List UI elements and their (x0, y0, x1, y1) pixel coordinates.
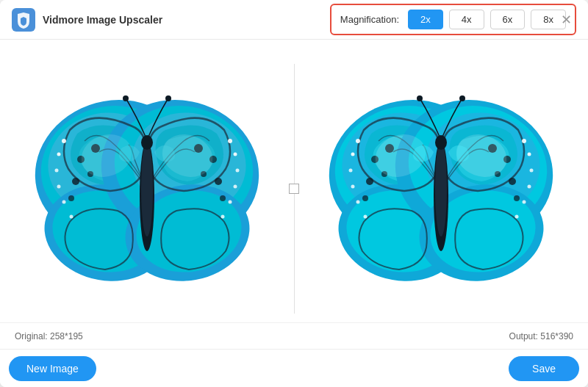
svg-point-69 (528, 152, 531, 156)
svg-point-55 (366, 178, 373, 185)
svg-point-75 (435, 141, 447, 236)
svg-point-62 (356, 139, 360, 143)
new-image-button[interactable]: New Image (9, 356, 96, 381)
bottom-bar: New Image Save (0, 349, 588, 387)
svg-point-64 (349, 168, 353, 172)
svg-point-31 (233, 184, 237, 188)
mag-4x-button[interactable]: 4x (449, 10, 484, 29)
app-logo (12, 8, 35, 32)
svg-point-20 (215, 178, 222, 185)
svg-point-66 (356, 200, 360, 203)
svg-point-25 (57, 184, 60, 188)
svg-point-27 (69, 214, 73, 218)
svg-point-24 (54, 168, 58, 172)
title-bar: Vidmore Image Upscaler Magnification: 2x… (0, 0, 588, 40)
svg-point-60 (509, 178, 516, 185)
svg-point-28 (228, 139, 232, 143)
svg-point-26 (62, 200, 65, 203)
svg-point-76 (435, 135, 447, 150)
app-window: Vidmore Image Upscaler Magnification: 2x… (0, 0, 588, 387)
svg-point-61 (514, 195, 520, 201)
svg-point-37 (123, 95, 129, 101)
svg-point-71 (528, 184, 531, 188)
app-title: Vidmore Image Upscaler (43, 14, 162, 26)
svg-point-67 (364, 214, 368, 218)
svg-point-68 (522, 139, 526, 143)
output-info: Output: 516*390 (509, 331, 573, 341)
original-image-panel (15, 54, 279, 322)
original-butterfly (26, 75, 268, 303)
svg-point-16 (68, 195, 74, 201)
svg-point-56 (362, 195, 368, 201)
output-butterfly (320, 75, 562, 303)
svg-point-72 (523, 200, 526, 203)
svg-point-29 (233, 152, 237, 156)
magnification-controls: Magnification: 2x 4x 6x 8x (330, 4, 576, 35)
main-content (0, 40, 588, 322)
svg-point-35 (141, 141, 153, 236)
magnification-label: Magnification: (340, 14, 399, 25)
mag-2x-button[interactable]: 2x (408, 10, 443, 29)
svg-point-65 (351, 184, 355, 188)
svg-point-15 (72, 178, 79, 185)
svg-point-73 (515, 214, 519, 218)
mag-6x-button[interactable]: 6x (490, 10, 526, 29)
svg-point-33 (220, 214, 224, 218)
svg-point-38 (165, 95, 171, 101)
status-bar: Original: 258*195 Output: 516*390 (0, 322, 588, 349)
svg-point-22 (62, 139, 66, 143)
svg-point-70 (530, 168, 534, 172)
svg-point-30 (235, 168, 239, 172)
divider-handle[interactable] (289, 184, 299, 194)
output-image-panel (309, 54, 574, 322)
original-info: Original: 258*195 (15, 331, 83, 341)
svg-point-36 (141, 135, 153, 150)
svg-point-77 (417, 95, 423, 101)
close-button[interactable]: ✕ (556, 10, 576, 30)
svg-point-23 (57, 152, 60, 156)
image-divider[interactable] (294, 64, 295, 314)
svg-point-78 (459, 95, 465, 101)
save-button[interactable]: Save (509, 356, 579, 381)
svg-point-21 (220, 195, 226, 201)
close-icon: ✕ (561, 12, 572, 28)
svg-point-32 (228, 200, 232, 203)
svg-point-63 (351, 152, 355, 156)
